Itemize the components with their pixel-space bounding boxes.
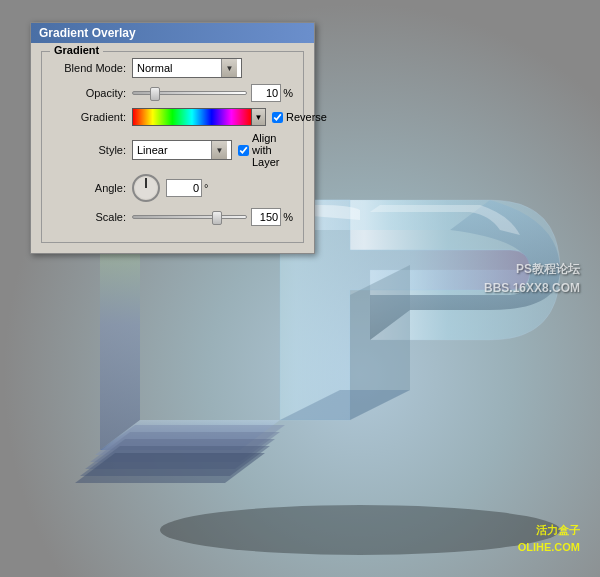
angle-label: Angle: xyxy=(52,182,132,194)
watermark-line2: BBS.16XX8.COM xyxy=(484,279,580,298)
angle-input[interactable] xyxy=(166,179,202,197)
align-layer-checkbox[interactable] xyxy=(238,145,249,156)
angle-indicator xyxy=(145,178,147,188)
scale-slider-track[interactable] xyxy=(132,215,247,219)
watermark-top: PS教程论坛 BBS.16XX8.COM xyxy=(484,260,580,298)
gradient-overlay-dialog: Gradient Overlay Gradient Blend Mode: No… xyxy=(30,22,315,254)
gradient-bar[interactable] xyxy=(132,108,252,126)
watermark2-line2: OLIHE.COM xyxy=(518,539,580,557)
dialog-title: Gradient Overlay xyxy=(31,23,314,43)
scale-row: Scale: % xyxy=(52,208,293,226)
style-row: Style: Linear ▼ Align with Layer xyxy=(52,132,293,168)
gradient-section: Gradient Blend Mode: Normal ▼ Opacity: % xyxy=(41,51,304,243)
section-label: Gradient xyxy=(50,44,103,56)
opacity-slider-thumb[interactable] xyxy=(150,87,160,101)
watermark2-line1: 活力盒子 xyxy=(518,522,580,540)
opacity-label: Opacity: xyxy=(52,87,132,99)
style-dropdown[interactable]: Linear ▼ xyxy=(132,140,232,160)
scale-label: Scale: xyxy=(52,211,132,223)
style-value: Linear xyxy=(137,144,211,156)
reverse-label: Reverse xyxy=(286,111,327,123)
gradient-dropdown-arrow[interactable]: ▼ xyxy=(252,108,266,126)
align-layer-label: Align with Layer xyxy=(252,132,293,168)
opacity-unit: % xyxy=(283,87,293,99)
blend-mode-arrow[interactable]: ▼ xyxy=(221,59,237,77)
opacity-input[interactable] xyxy=(251,84,281,102)
svg-point-0 xyxy=(160,505,560,555)
style-dropdown-arrow[interactable]: ▼ xyxy=(211,141,227,159)
opacity-row: Opacity: % xyxy=(52,84,293,102)
angle-unit: ° xyxy=(204,182,208,194)
reverse-checkbox[interactable] xyxy=(272,112,283,123)
watermark-bottom: 活力盒子 OLIHE.COM xyxy=(518,522,580,557)
scale-input[interactable] xyxy=(251,208,281,226)
angle-dial[interactable] xyxy=(132,174,160,202)
style-label: Style: xyxy=(52,144,132,156)
dialog-inner: Gradient Blend Mode: Normal ▼ Opacity: % xyxy=(31,43,314,253)
scale-unit: % xyxy=(283,211,293,223)
blend-mode-value: Normal xyxy=(137,62,221,74)
align-layer-checkbox-group: Align with Layer xyxy=(238,132,293,168)
blend-mode-label: Blend Mode: xyxy=(52,62,132,74)
blend-mode-row: Blend Mode: Normal ▼ xyxy=(52,58,293,78)
scale-slider-thumb[interactable] xyxy=(212,211,222,225)
gradient-label: Gradient: xyxy=(52,111,132,123)
watermark-line1: PS教程论坛 xyxy=(484,260,580,279)
gradient-row: Gradient: ▼ Reverse xyxy=(52,108,293,126)
reverse-checkbox-group: Reverse xyxy=(272,111,327,123)
angle-row: Angle: ° xyxy=(52,174,293,202)
gradient-bar-container: ▼ xyxy=(132,108,266,126)
opacity-slider-track[interactable] xyxy=(132,91,247,95)
blend-mode-dropdown[interactable]: Normal ▼ xyxy=(132,58,242,78)
